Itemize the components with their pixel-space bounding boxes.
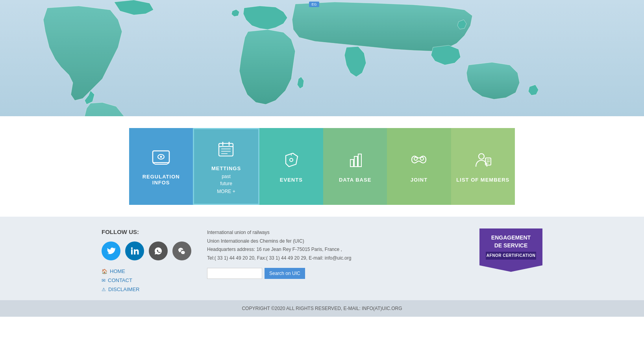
search-input[interactable]: [207, 268, 262, 279]
svg-point-21: [414, 157, 417, 160]
svg-rect-18: [350, 160, 353, 167]
home-label: HOME: [110, 268, 125, 274]
card-database-title: DATA BASE: [339, 177, 371, 183]
svg-point-23: [479, 154, 484, 159]
org-name: International union of railways: [207, 228, 464, 237]
disclaimer-label: DISCLAIMER: [108, 286, 139, 292]
regulation-icon: [151, 149, 171, 168]
cards-section: REGULATION INFOS METTINGS pastfuture MOR…: [0, 116, 644, 217]
cert-line1: ENGAGEMENT: [486, 234, 536, 242]
card-regulation-title: REGULATION INFOS: [133, 174, 189, 186]
search-button[interactable]: Search on UIC: [265, 268, 305, 279]
card-joint-title: JOINT: [411, 177, 427, 183]
svg-rect-19: [354, 156, 357, 167]
card-members-title: LIST OF MEMBERS: [456, 177, 509, 183]
svg-rect-28: [131, 249, 133, 254]
card-events-title: EVENTS: [280, 177, 303, 183]
card-database[interactable]: DATA BASE: [323, 128, 387, 205]
cert-line2: DE SERVICE: [486, 242, 536, 250]
org-info: International union of railways Union In…: [207, 228, 464, 262]
database-icon: [346, 152, 364, 171]
footer-links: 🏠 HOME ✉ CONTACT ⚠ DISCLAIMER: [102, 268, 191, 292]
svg-text:EG: EG: [311, 2, 316, 6]
linkedin-button[interactable]: [125, 241, 144, 260]
footer-left: FOLLOW US:: [102, 228, 191, 292]
svg-point-22: [420, 157, 424, 160]
card-mettings-sub: pastfuture: [220, 173, 232, 187]
certification-badge: ENGAGEMENT DE SERVICE AFNOR CERTIFICATIO…: [479, 228, 542, 272]
map-section: EG: [0, 0, 644, 116]
org-full: Union Internationale des Chemins de fer …: [207, 237, 464, 246]
card-joint[interactable]: JOINT: [387, 128, 451, 205]
cards-row: REGULATION INFOS METTINGS pastfuture MOR…: [129, 128, 515, 205]
svg-rect-20: [358, 154, 361, 167]
contact-label: CONTACT: [108, 277, 132, 283]
org-address: Headquarters address: 16 rue Jean Rey F-…: [207, 245, 464, 254]
card-list-of-members[interactable]: LIST OF MEMBERS: [451, 128, 515, 205]
wechat-button[interactable]: [172, 241, 191, 260]
svg-point-5: [160, 156, 162, 158]
org-contact: Tel:( 33 1) 44 49 20 20, Fax:( 33 1) 44 …: [207, 254, 464, 263]
events-icon: [283, 152, 300, 171]
svg-point-16: [290, 158, 293, 162]
world-map: EG: [0, 0, 644, 116]
contact-icon: ✉: [102, 278, 105, 283]
card-events[interactable]: EVENTS: [259, 128, 323, 205]
card-regulation-infos[interactable]: REGULATION INFOS: [129, 128, 193, 205]
social-icons: [102, 241, 191, 260]
mettings-icon: [217, 140, 235, 160]
disclaimer-icon: ⚠: [102, 287, 106, 292]
copyright-bar: COPYRIGHT ©2020 ALL RIGHTS RESERVED, E-M…: [0, 300, 644, 317]
joint-icon: [409, 152, 428, 171]
footer-center: International union of railways Union In…: [207, 228, 464, 279]
copyright-text: COPYRIGHT ©2020 ALL RIGHTS RESERVED, E-M…: [242, 306, 402, 311]
cert-line3: AFNOR CERTIFICATION: [486, 252, 536, 260]
whatsapp-button[interactable]: [149, 241, 168, 260]
search-row: Search on UIC: [207, 268, 464, 279]
footer-inner: FOLLOW US:: [86, 228, 558, 292]
card-mettings-title: METTINGS: [211, 165, 241, 171]
home-link[interactable]: 🏠 HOME: [102, 268, 191, 274]
footer-section: FOLLOW US:: [0, 217, 644, 300]
footer-right: ENGAGEMENT DE SERVICE AFNOR CERTIFICATIO…: [479, 228, 542, 272]
contact-link[interactable]: ✉ CONTACT: [102, 277, 191, 283]
home-icon: 🏠: [102, 269, 107, 274]
svg-rect-9: [219, 143, 233, 156]
disclaimer-link[interactable]: ⚠ DISCLAIMER: [102, 286, 191, 292]
twitter-button[interactable]: [102, 241, 120, 260]
follow-us-label: FOLLOW US:: [102, 228, 191, 235]
card-mettings[interactable]: METTINGS pastfuture MORE +: [193, 128, 259, 205]
card-mettings-more: MORE +: [217, 189, 235, 194]
svg-point-29: [131, 247, 133, 249]
members-icon: [474, 152, 492, 171]
